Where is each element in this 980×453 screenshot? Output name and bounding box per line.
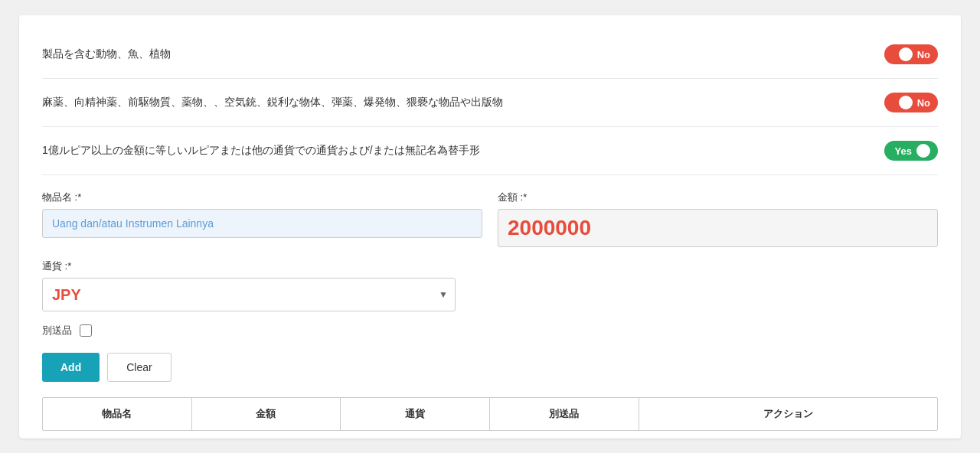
table-header: 物品名 金額 通貨 別送品 アクション — [42, 397, 938, 431]
item-name-group: 物品名 :* — [42, 191, 482, 247]
currency-row: 1億ルピア以上の金額に等しいルピアまたは他の通貨での通貨および/または無記名為替… — [42, 127, 938, 175]
currency-select[interactable]: JPY USD IDR EUR — [42, 278, 456, 311]
amount-group: 金額 :* — [498, 191, 938, 247]
table-header-currency: 通貨 — [341, 398, 490, 430]
main-container: 製品を含む動物、魚、植物 No 麻薬、向精神薬、前駆物質、薬物、、空気銃、鋭利な… — [19, 15, 961, 438]
currency-label: 通貨 :* — [42, 259, 456, 273]
animals-row: 製品を含む動物、魚、植物 No — [42, 31, 938, 79]
table-header-action: アクション — [639, 398, 937, 430]
table-header-separate: 別送品 — [490, 398, 639, 430]
animals-toggle-label: No — [917, 49, 930, 60]
amount-label: 金額 :* — [498, 191, 938, 204]
add-button[interactable]: Add — [42, 353, 100, 382]
table-header-amount: 金額 — [192, 398, 341, 430]
separate-item-row: 別送品 — [42, 324, 938, 337]
animals-toggle[interactable]: No — [884, 44, 938, 64]
item-name-input[interactable] — [42, 209, 482, 238]
separate-item-label: 別送品 — [42, 324, 72, 337]
currency-toggle[interactable]: Yes — [884, 141, 938, 161]
currency-row-label: 1億ルピア以上の金額に等しいルピアまたは他の通貨での通貨および/または無記名為替… — [42, 144, 884, 158]
toggle-circle-1 — [899, 47, 913, 61]
clear-button[interactable]: Clear — [107, 353, 171, 382]
drugs-label: 麻薬、向精神薬、前駆物質、薬物、、空気銃、鋭利な物体、弾薬、爆発物、猥褻な物品や… — [42, 96, 884, 109]
currency-select-wrapper: JPY USD IDR EUR ▼ — [42, 278, 456, 311]
currency-field-row: 通貨 :* JPY USD IDR EUR ▼ — [42, 259, 938, 311]
table-header-item-name: 物品名 — [43, 398, 192, 430]
animals-label: 製品を含む動物、魚、植物 — [42, 47, 884, 61]
currency-toggle-label: Yes — [895, 145, 912, 157]
toggle-circle-2 — [899, 96, 913, 109]
button-row: Add Clear — [42, 353, 938, 382]
drugs-row: 麻薬、向精神薬、前駆物質、薬物、、空気銃、鋭利な物体、弾薬、爆発物、猥褻な物品や… — [42, 79, 938, 127]
drugs-toggle[interactable]: No — [884, 93, 938, 112]
item-amount-row: 物品名 :* 金額 :* — [42, 191, 938, 247]
separate-item-checkbox[interactable] — [80, 324, 92, 337]
item-name-label: 物品名 :* — [42, 191, 482, 204]
form-section: 物品名 :* 金額 :* 通貨 :* JPY USD IDR EUR — [42, 175, 938, 438]
drugs-toggle-label: No — [917, 97, 930, 109]
amount-input[interactable] — [498, 209, 938, 247]
toggle-circle-3 — [916, 144, 930, 158]
currency-group: 通貨 :* JPY USD IDR EUR ▼ — [42, 259, 456, 311]
